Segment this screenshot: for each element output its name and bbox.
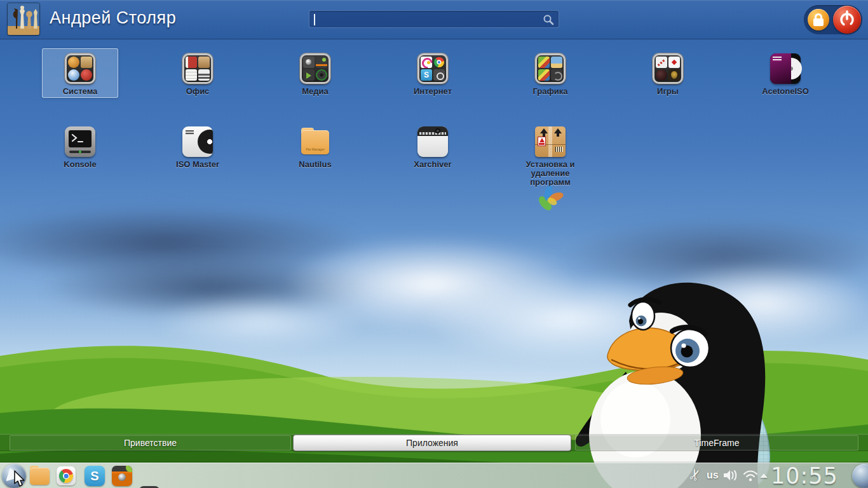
mini-app-icon bbox=[68, 69, 79, 81]
app-install-remove-programs[interactable]: Установка и удаление программ bbox=[491, 121, 609, 214]
top-bar: Андрей Столяр bbox=[0, 0, 868, 39]
acetoneiso-icon bbox=[770, 53, 801, 84]
tux-mascot bbox=[572, 276, 782, 488]
bottom-tab-strip: Приветствие Приложения TimeFrame bbox=[0, 434, 868, 451]
lock-screen-button[interactable] bbox=[808, 9, 829, 30]
text-cursor bbox=[314, 14, 315, 25]
chess-avatar-image bbox=[8, 3, 39, 35]
app-group-media[interactable]: Медиа bbox=[256, 48, 374, 97]
taskbar-skype-button[interactable]: S bbox=[85, 466, 105, 486]
clock[interactable]: 10:55 bbox=[771, 463, 838, 488]
app-label: Интернет bbox=[395, 87, 470, 96]
launcher-orb-right[interactable] bbox=[852, 464, 868, 488]
tab-applications[interactable]: Приложения bbox=[293, 435, 571, 451]
application-grid: Система Офис bbox=[0, 0, 868, 267]
mini-app-icon bbox=[186, 57, 197, 68]
tab-welcome[interactable]: Приветствие bbox=[10, 435, 291, 451]
scissors-icon: ✂ bbox=[684, 466, 705, 484]
mini-app-icon bbox=[668, 57, 680, 68]
mini-app-icon bbox=[303, 57, 315, 68]
app-group-office[interactable]: Офис bbox=[139, 48, 257, 97]
app-label: Офис bbox=[160, 87, 235, 96]
mini-app-icon bbox=[656, 69, 667, 81]
app-group-games[interactable]: Игры bbox=[609, 48, 727, 97]
tray-expand-arrow[interactable] bbox=[760, 473, 768, 478]
app-label: ISO Master bbox=[160, 160, 235, 169]
app-xarchiver[interactable]: Xarchiver bbox=[374, 121, 492, 170]
wifi-icon[interactable] bbox=[742, 469, 759, 484]
app-label: Система bbox=[43, 87, 118, 96]
mini-app-icon bbox=[668, 69, 680, 81]
tab-timeframe[interactable]: TimeFrame bbox=[575, 435, 858, 451]
app-label: Nautilus bbox=[278, 160, 353, 169]
arrow-up-icon bbox=[540, 128, 548, 133]
mini-skype-icon: S bbox=[421, 69, 432, 81]
taskbar-chromium-button[interactable] bbox=[57, 466, 76, 485]
games-group-icon bbox=[653, 53, 683, 84]
zipper-icon bbox=[419, 132, 446, 135]
media-group-icon bbox=[300, 53, 330, 84]
mini-app-icon bbox=[198, 57, 210, 68]
nautilus-folder-icon: File Manager bbox=[300, 126, 330, 157]
user-name: Андрей Столяр bbox=[50, 8, 176, 28]
package-box-icon bbox=[535, 126, 566, 157]
mini-chrome-icon bbox=[433, 57, 445, 68]
search-icon bbox=[543, 14, 554, 25]
mini-app-icon bbox=[551, 57, 562, 68]
mini-app-icon bbox=[433, 69, 445, 81]
mini-app-icon bbox=[538, 57, 550, 68]
user-avatar[interactable] bbox=[8, 3, 39, 35]
mini-app-icon bbox=[81, 57, 92, 68]
system-group-icon bbox=[65, 53, 95, 84]
app-group-internet[interactable]: S Интернет bbox=[374, 48, 492, 97]
volume-icon[interactable] bbox=[722, 468, 739, 485]
mini-app-icon bbox=[198, 69, 210, 81]
isomaster-icon bbox=[182, 126, 213, 157]
konsole-icon bbox=[65, 126, 95, 157]
mini-app-icon bbox=[316, 69, 327, 81]
mini-app-icon bbox=[186, 69, 197, 81]
internet-group-icon: S bbox=[417, 53, 448, 84]
pinwheel-icon bbox=[536, 184, 565, 211]
shutdown-button[interactable] bbox=[833, 6, 861, 34]
app-group-graphics[interactable]: Графика bbox=[491, 48, 609, 97]
launcher-sail-icon bbox=[6, 468, 22, 485]
search-input[interactable] bbox=[318, 12, 534, 26]
app-acetoneiso[interactable]: AcetoneISO bbox=[726, 48, 844, 97]
office-group-icon bbox=[182, 53, 213, 84]
tray-clipboard-icon[interactable]: ✂ bbox=[689, 466, 702, 484]
launcher-orb-button[interactable] bbox=[2, 464, 26, 488]
keyboard-layout-indicator[interactable]: us bbox=[707, 470, 719, 481]
search-box[interactable] bbox=[309, 10, 559, 28]
app-group-system[interactable]: Система bbox=[21, 48, 139, 98]
mini-app-icon bbox=[68, 57, 79, 68]
session-controls bbox=[804, 5, 862, 34]
mini-app-icon bbox=[538, 69, 550, 81]
xarchiver-icon bbox=[417, 126, 448, 157]
terminal-prompt-icon bbox=[69, 130, 92, 147]
warning-label-icon bbox=[538, 137, 546, 146]
selection-highlight: Система bbox=[42, 48, 118, 98]
mini-app-icon bbox=[421, 57, 432, 68]
app-label: Xarchiver bbox=[395, 160, 470, 169]
app-nautilus[interactable]: File Manager Nautilus bbox=[256, 121, 374, 170]
app-konsole[interactable]: Konsole bbox=[21, 121, 139, 170]
barcode-icon bbox=[555, 147, 563, 152]
arrow-up-icon bbox=[554, 128, 562, 133]
chrome-icon bbox=[59, 469, 73, 483]
mini-app-icon bbox=[81, 69, 92, 81]
taskbar-file-manager-button[interactable] bbox=[29, 466, 51, 486]
power-icon bbox=[833, 6, 861, 34]
app-label: Konsole bbox=[43, 160, 118, 169]
app-label: Медиа bbox=[278, 87, 353, 96]
mini-app-icon bbox=[316, 57, 327, 68]
app-label: Установка и удаление программ bbox=[515, 160, 585, 187]
graphics-group-icon bbox=[535, 53, 566, 84]
mini-app-icon bbox=[303, 69, 315, 81]
desktop: Андрей Столяр bbox=[0, 0, 868, 488]
mini-app-icon bbox=[656, 57, 667, 68]
app-isomaster[interactable]: ISO Master bbox=[139, 121, 257, 170]
taskbar-media-player-button[interactable] bbox=[112, 466, 132, 486]
mini-app-icon bbox=[551, 69, 562, 81]
folder-caption: File Manager bbox=[300, 147, 330, 151]
